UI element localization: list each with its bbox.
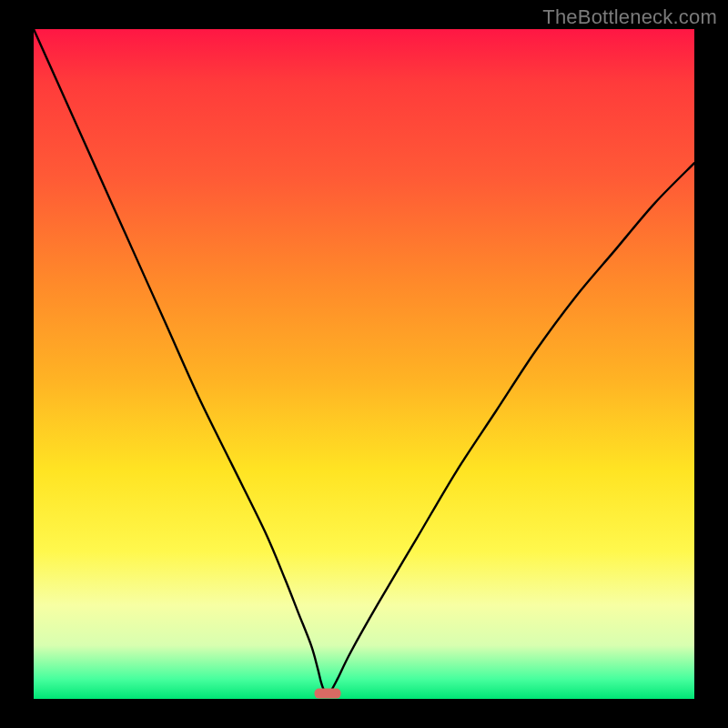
svg-rect-0 — [315, 689, 341, 699]
watermark-text: TheBottleneck.com — [542, 5, 717, 29]
plot-area — [34, 29, 694, 699]
bottleneck-curve — [34, 29, 694, 699]
chart-frame: TheBottleneck.com — [0, 0, 728, 728]
